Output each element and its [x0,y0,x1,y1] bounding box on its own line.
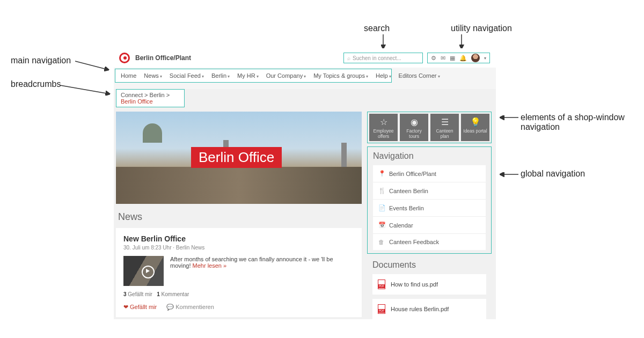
hero-title: Berlin Office [191,147,282,168]
read-more-link[interactable]: Mehr lesen » [193,262,227,269]
logo-icon [119,53,130,63]
annotation-global-nav: global navigation [521,169,585,179]
star-icon: ☆ [370,117,397,127]
doc-house-rules[interactable]: House rules Berlin.pdf [372,299,486,319]
nav-berlin[interactable]: Berlin▾ [211,72,230,79]
hero-image: Berlin Office [116,112,362,204]
breadcrumb-item[interactable]: Connect [121,92,143,98]
news-stats: 3 Gefällt mir 1 Kommentar [123,291,354,297]
nav-home[interactable]: Home [121,72,136,79]
sw-ideas-portal[interactable]: 💡Ideas portal [461,114,489,141]
pdf-icon [378,304,385,314]
pin-icon: 📍 [378,170,385,177]
search-placeholder: Suchen in connect... [353,55,401,61]
nav-item-canteen[interactable]: 🍴Canteen Berlin [373,182,486,200]
nav-editors-corner[interactable]: Editors Corner▾ [399,72,440,79]
site-title: Berlin Office/Plant [135,54,191,62]
bell-icon[interactable]: 🔔 [459,55,467,62]
nav-news[interactable]: News▾ [144,72,162,79]
breadcrumb-current: Berlin Office [121,98,153,105]
news-video-thumb[interactable] [123,256,164,286]
annotation-search: search [364,24,390,33]
breadcrumb-item[interactable]: Berlin [150,92,165,98]
annotation-utility-nav: utility navigation [451,24,512,33]
sw-factory-tours[interactable]: ◉Factory tours [400,114,428,141]
nav-item-canteen-feedback[interactable]: 🗑Canteen Feedback [373,234,486,250]
doc-icon: 📄 [378,204,385,211]
svg-line-0 [75,61,108,70]
comment-button[interactable]: 💬 Kommentieren [166,304,214,311]
like-button[interactable]: ❤ Gefällt mir [123,304,157,311]
sw-employee-offers[interactable]: ☆Employee offers [369,114,398,141]
burger-icon: ☰ [431,117,458,127]
nav-panel-title: Navigation [373,151,486,161]
documents-panel: Documents How to find us.pdf House rules… [367,260,492,319]
news-title[interactable]: New Berlin Office [123,234,354,243]
pdf-icon [378,280,385,289]
search-icon: ⌕ [347,55,350,61]
sw-canteen-plan[interactable]: ☰Canteen plan [430,114,459,141]
utility-navigation: ⚙ ✉ ▦ 🔔 ▾ [427,53,490,63]
doc-how-to-find-us[interactable]: How to find us.pdf [372,274,486,295]
news-excerpt: After months of searching we can finally… [170,256,354,269]
news-heading: News [118,211,362,223]
nav-help[interactable]: Help▾ [376,72,391,79]
header-bar: Berlin Office/Plant ⌕ Suchen in connect.… [114,48,496,68]
eye-icon: ◉ [401,117,427,127]
news-card: New Berlin Office 30. Juli um 8:23 Uhr ·… [116,228,362,317]
avatar[interactable] [471,54,480,62]
apps-icon[interactable]: ▦ [450,55,455,62]
nav-topics-groups[interactable]: My Topics & groups▾ [313,72,368,79]
nav-item-berlin-office[interactable]: 📍Berlin Office/Plant [373,165,486,182]
main-navigation: Home News▾ Social Feed▾ Berlin▾ My HR▾ O… [115,69,392,83]
documents-title: Documents [372,260,486,270]
annotation-shop-window: elements of a shop-window navigation [521,113,633,132]
cutlery-icon: 🍴 [378,187,385,194]
nav-item-calendar[interactable]: 📅Calendar [373,217,486,234]
bulb-icon: 💡 [462,117,488,127]
shop-window-nav: ☆Employee offers ◉Factory tours ☰Canteen… [367,112,492,143]
annotation-main-nav: main navigation [11,56,71,65]
breadcrumb: Connect > Berlin > Berlin Office [116,89,185,107]
search-input[interactable]: ⌕ Suchen in connect... [343,53,423,63]
nav-item-events[interactable]: 📄Events Berlin [373,200,486,217]
nav-social-feed[interactable]: Social Feed▾ [170,72,204,79]
annotation-breadcrumbs: breadcrumbs [11,79,61,89]
calendar-icon: 📅 [378,222,385,229]
nav-our-company[interactable]: Our Company▾ [266,72,306,79]
news-meta: 30. Juli um 8:23 Uhr · Berlin News [123,245,354,251]
global-navigation-panel: Navigation 📍Berlin Office/Plant 🍴Canteen… [367,146,492,254]
intranet-screenshot: Berlin Office/Plant ⌕ Suchen in connect.… [114,48,496,319]
chat-icon[interactable]: ✉ [441,55,445,62]
svg-line-1 [60,85,109,94]
settings-icon[interactable]: ⚙ [431,55,436,62]
nav-my-hr[interactable]: My HR▾ [237,72,259,79]
chevron-down-icon[interactable]: ▾ [484,56,486,61]
trash-icon: 🗑 [378,239,385,245]
